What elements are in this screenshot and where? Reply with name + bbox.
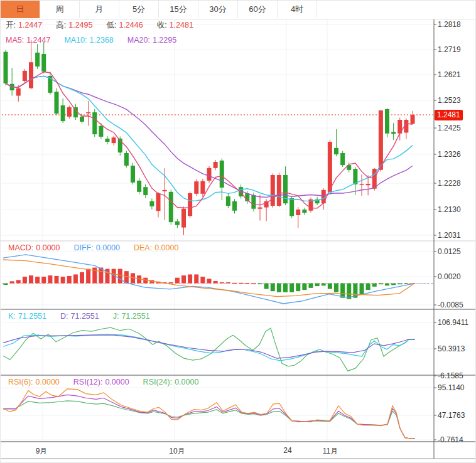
macd-bar	[35, 277, 40, 284]
macd-bar	[86, 269, 90, 284]
axis-label-kdj-0: 106.9411	[438, 317, 468, 327]
macd-bar	[283, 284, 288, 292]
macd-bar	[360, 284, 364, 295]
candle-body	[334, 148, 338, 154]
macd-bar	[67, 276, 72, 284]
candle-body	[35, 53, 40, 67]
macd-bar	[296, 284, 300, 292]
candle-body	[258, 208, 262, 209]
macd-bar	[207, 279, 212, 283]
axis-label-main-5: 1.2326	[438, 149, 461, 159]
macd-bar	[29, 275, 33, 284]
axis-label-macd-0: 0.0125	[438, 247, 461, 257]
candle-body	[137, 181, 141, 192]
tab-月[interactable]: 月	[80, 1, 119, 18]
kline-chart-window: 日周月5分15分30分60分4时 开:1.2447高:1.2495低:1.244…	[0, 0, 476, 463]
tabbar-filler	[317, 1, 476, 19]
axis-label-main-4: 1.2425	[438, 123, 461, 133]
axis-label-kdj-1: 50.3913	[438, 344, 465, 354]
candle-body	[220, 161, 224, 188]
candle-body	[131, 166, 135, 183]
macd-bar	[366, 284, 371, 290]
x-axis-label-2: 24	[283, 446, 291, 455]
tab-15分[interactable]: 15分	[159, 1, 198, 18]
tab-5分[interactable]: 5分	[119, 1, 159, 18]
candle-body	[29, 62, 33, 88]
macd-bar	[271, 284, 275, 292]
candle-body	[16, 88, 21, 96]
current-price-badge: 1.2481	[435, 110, 463, 120]
ma5-line	[6, 72, 413, 208]
candle-body	[163, 190, 167, 191]
macd-bar	[175, 278, 180, 284]
open-value: 开:1.2447	[6, 20, 42, 30]
tab-30分[interactable]: 30分	[198, 1, 238, 18]
macd-bar	[398, 284, 402, 285]
candle-body	[41, 54, 46, 72]
ma5-value: MA5:1.2447	[6, 35, 50, 45]
macd-bar	[277, 284, 281, 292]
macd-bar	[73, 274, 78, 283]
macd-bar	[16, 280, 21, 283]
x-axis-label-1: 10月	[169, 446, 185, 457]
candle-body	[169, 192, 173, 222]
candle-body	[214, 162, 218, 168]
timeframe-tabbar: 日周月5分15分30分60分4时	[1, 1, 476, 19]
candle-body	[289, 198, 294, 216]
candle-body	[232, 201, 237, 211]
candle-body	[181, 209, 186, 228]
macd-bar	[391, 284, 396, 285]
dea-value: DEA:0.0000	[134, 243, 178, 253]
candle-body	[296, 210, 300, 215]
x-axis-label-0: 9月	[36, 446, 48, 457]
chart-canvas[interactable]	[1, 1, 476, 463]
axis-label-main-6: 1.2228	[438, 178, 461, 188]
macd-bar	[251, 284, 256, 285]
macd-bar	[372, 284, 377, 287]
macd-bar	[302, 284, 306, 290]
axis-label-rsi-0: 95.1140	[438, 383, 465, 393]
axis-label-main-0: 1.2818	[438, 19, 461, 29]
diff-value: DIFF:0.0000	[74, 243, 120, 253]
axis-label-main-2: 1.2621	[438, 70, 461, 80]
axis-label-macd-2: -0.0085	[438, 300, 463, 310]
candle-body	[302, 210, 306, 213]
macd-bar	[289, 284, 294, 292]
macd-bar	[200, 277, 205, 284]
x-axis-label-3: 11月	[323, 446, 338, 457]
macd-bar	[4, 284, 8, 285]
kdj-legend: K:71.2551D:71.2551J:71.2551	[8, 311, 164, 321]
candle-body	[194, 181, 198, 194]
candle-body	[105, 139, 110, 142]
macd-bar	[169, 282, 173, 284]
rsi-legend: RSI(6):0.0000RSI(12):0.0000RSI(24):0.000…	[8, 377, 212, 387]
candle-body	[149, 201, 154, 206]
tab-周[interactable]: 周	[40, 1, 80, 18]
axis-label-rsi-2: -0.7614	[438, 435, 463, 445]
macd-bar	[61, 277, 65, 284]
macd-bar	[309, 284, 313, 288]
candle-body	[391, 132, 396, 134]
macd-bar	[124, 271, 129, 283]
candle-body	[99, 126, 103, 137]
candle-body	[277, 175, 281, 206]
candle-body	[124, 153, 129, 166]
tab-日[interactable]: 日	[1, 1, 40, 18]
macd-bar	[258, 284, 262, 285]
candle-body	[385, 109, 389, 134]
d-value: D:71.2551	[60, 311, 99, 321]
tab-60分[interactable]: 60分	[238, 1, 278, 18]
candle-body	[55, 92, 59, 114]
tab-4时[interactable]: 4时	[278, 1, 317, 18]
macd-bar	[385, 284, 389, 286]
axis-label-kdj-2: -6.1585	[438, 371, 463, 381]
candle-body	[92, 112, 97, 134]
candle-body	[175, 221, 180, 225]
candle-body	[67, 107, 72, 117]
candle-body	[112, 137, 116, 143]
macd-bar	[340, 284, 345, 298]
macd-bar	[80, 272, 84, 284]
rsi12-value: RSI(12):0.0000	[73, 377, 129, 387]
candle-body	[156, 193, 161, 211]
macd-bar	[232, 283, 237, 284]
